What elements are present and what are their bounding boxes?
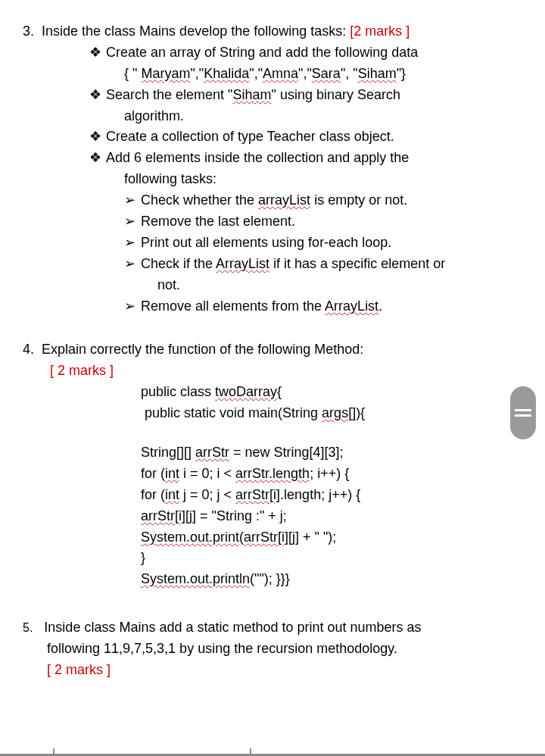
bottom-tick xyxy=(250,748,251,756)
code-line-6: arrStr[i][j] = "String :" + j; xyxy=(141,506,522,527)
text: Inside class Mains add a static method t… xyxy=(44,620,421,635)
text: + " "); xyxy=(299,530,336,545)
q3-number: 3. xyxy=(23,21,34,42)
diamond-bullet-icon: ❖ xyxy=(89,85,106,106)
text: . xyxy=(378,298,382,314)
q3-bullet-4-line2: following tasks: xyxy=(23,169,522,190)
text: j = 0; j < xyxy=(179,487,235,502)
text: { " xyxy=(124,66,141,81)
text: String[][] xyxy=(141,445,195,460)
q5-number: 5. xyxy=(23,619,33,638)
text-int: int xyxy=(165,466,179,481)
text: ; i++) { xyxy=(310,466,349,481)
arrow-bullet-icon: ➢ xyxy=(124,254,141,275)
diamond-bullet-icon: ❖ xyxy=(89,127,106,148)
q5-line1: 5. Inside class Mains add a static metho… xyxy=(23,617,522,639)
text-arrstr: arrStr xyxy=(195,445,229,460)
text: Check if the xyxy=(141,256,216,271)
text-arraylist: ArrayList xyxy=(216,256,269,271)
arrow-bullet-icon: ➢ xyxy=(124,190,141,211)
code-block: public class twoDarray{ public static vo… xyxy=(23,382,522,590)
q3-sub-4: ➢Check if the ArrayList if it has a spec… xyxy=(23,254,522,275)
text-sysoutprint: System.out.print xyxy=(141,530,239,545)
text: public static void main(String xyxy=(141,405,322,420)
text: Check whether the xyxy=(141,192,258,208)
text: Create an array of String and add the fo… xyxy=(106,45,418,60)
code-line-8: } xyxy=(141,548,522,569)
text-int: int xyxy=(165,487,179,502)
bottom-tick xyxy=(53,748,54,756)
q3-sub-1: ➢Check whether the arrayList is empty or… xyxy=(23,190,522,211)
text: = new String[4][3]; xyxy=(229,445,344,460)
text: Search the element " xyxy=(106,87,232,102)
svg-rect-0 xyxy=(515,409,531,411)
code-line-9: System.out.println(""); }}} xyxy=(141,569,522,590)
q3-bullet-3: ❖Create a collection of type Teacher cla… xyxy=(23,127,522,148)
q4-marks: [ 2 marks ] xyxy=(23,361,522,382)
code-line-4: for (int i = 0; i < arrStr.length; i++) … xyxy=(141,464,522,485)
q5-line2: following 11,9,7,5,3,1 by using the recu… xyxy=(23,639,522,660)
text: { xyxy=(277,384,282,399)
q4-number: 4. xyxy=(23,339,34,361)
q3-marks: [2 marks ] xyxy=(350,23,410,39)
name-amna: Amna xyxy=(263,66,298,81)
code-line-3: String[][] arrStr = new String[4][3]; xyxy=(141,442,522,464)
text: = "String :" + j; xyxy=(196,508,287,523)
text-arrstrij: arrStr[i][j] xyxy=(244,530,299,545)
arrow-bullet-icon: ➢ xyxy=(124,233,141,254)
q3-sub-5: ➢Remove all elements from the ArrayList. xyxy=(23,296,522,317)
q3-bullet-2: ❖Search the element "Siham" using binary… xyxy=(23,85,522,106)
arrow-bullet-icon: ➢ xyxy=(124,296,141,317)
question-3: 3. Inside the class Mains develop the fo… xyxy=(23,21,522,317)
text-sysoutprintln: System.out.println xyxy=(141,571,250,586)
code-line-5: for (int j = 0; j < arrStr[i].length; j+… xyxy=(141,485,522,506)
name-siham: Siham xyxy=(232,87,271,102)
q3-bullet-4: ❖Add 6 elements inside the collection an… xyxy=(23,148,522,169)
q5-marks: [ 2 marks ] xyxy=(23,660,522,681)
question-4: 4. Explain correctly the function of the… xyxy=(23,339,522,590)
text: []){ xyxy=(348,405,365,420)
text: Create a collection of type Teacher clas… xyxy=(106,129,394,144)
scroll-indicator[interactable] xyxy=(510,386,536,439)
text: "," xyxy=(190,66,204,81)
code-line-1: public class twoDarray{ xyxy=(141,382,522,403)
arrow-bullet-icon: ➢ xyxy=(124,211,141,233)
text: "," xyxy=(249,66,263,81)
text: ", " xyxy=(341,66,358,81)
spacer xyxy=(23,590,522,617)
q3-bullet-1: ❖Create an array of String and add the f… xyxy=(23,42,522,64)
blank-line xyxy=(141,424,522,442)
text: .length; j++) { xyxy=(280,487,360,502)
text: public class xyxy=(141,384,215,399)
text: for ( xyxy=(141,487,165,502)
text: "," xyxy=(298,66,312,81)
menu-lines-icon xyxy=(515,408,531,418)
q4-heading: 4. Explain correctly the function of the… xyxy=(23,339,522,361)
text: Add 6 elements inside the collection and… xyxy=(106,150,409,165)
text: Remove all elements from the xyxy=(141,298,325,314)
code-line-2: public static void main(String args[]){ xyxy=(141,403,522,424)
question-5: 5. Inside class Mains add a static metho… xyxy=(23,617,522,681)
text-arraylist: arrayList xyxy=(258,192,310,208)
text-arrstrlength: arrStr.length xyxy=(235,466,310,481)
q3-intro: Inside the class Mains develop the follo… xyxy=(42,23,350,39)
text: (""); }}} xyxy=(250,571,290,586)
text: Print out all elements using for-each lo… xyxy=(141,235,391,250)
name-siham: Siham xyxy=(358,66,397,81)
text: "} xyxy=(397,66,406,81)
code-line-7: System.out.print(arrStr[i][j] + " "); xyxy=(141,527,522,548)
q4-intro: Explain correctly the function of the fo… xyxy=(42,342,363,357)
q3-sub-2: ➢Remove the last element. xyxy=(23,211,522,233)
text-arrstri: arrStr[i] xyxy=(235,487,280,502)
text: " using binary Search xyxy=(272,87,400,102)
text-arraylist: ArrayList xyxy=(325,298,378,314)
q3-sub-4-line2: not. xyxy=(23,275,522,296)
name-sara: Sara xyxy=(312,66,341,81)
text-args: args xyxy=(322,405,348,420)
q3-sub-3: ➢Print out all elements using for-each l… xyxy=(23,233,522,254)
text: Remove the last element. xyxy=(141,214,295,229)
text: i = 0; i < xyxy=(179,466,235,481)
name-khalida: Khalida xyxy=(204,66,249,81)
diamond-bullet-icon: ❖ xyxy=(89,148,106,169)
text-twodarray: twoDarray xyxy=(215,384,277,399)
